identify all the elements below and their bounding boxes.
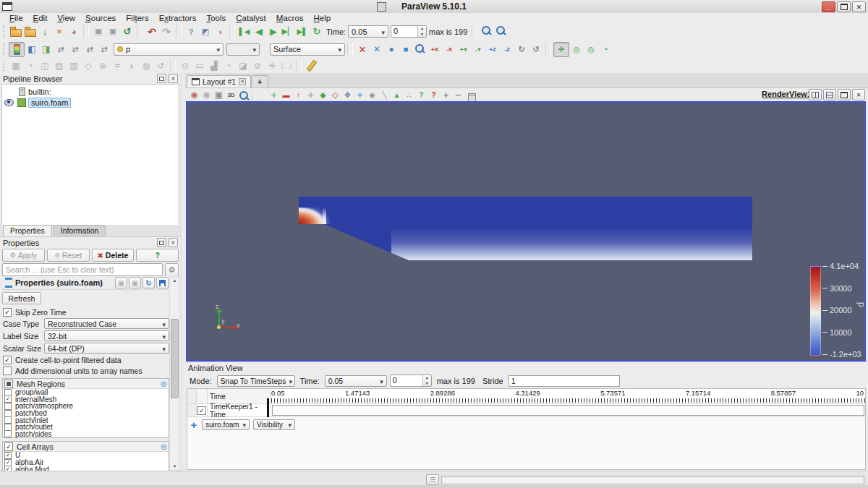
checkbox[interactable]	[4, 403, 12, 410]
maximize-view-icon[interactable]	[838, 89, 851, 100]
undo-icon[interactable]: ↶	[145, 25, 159, 38]
track-source-combobox[interactable]: suiro.foam	[202, 419, 250, 430]
edit-color-map-pencil-icon[interactable]	[304, 59, 318, 72]
checkbox[interactable]	[3, 367, 12, 375]
plot-over-time-icon[interactable]: ◔	[221, 59, 236, 72]
loop-icon[interactable]: ↻	[310, 25, 324, 38]
checkbox[interactable]	[3, 308, 12, 317]
reset-rotation-center-icon[interactable]: ◔	[598, 43, 613, 56]
select-cells-on-icon[interactable]: ✛	[268, 90, 280, 100]
capture-screenshot-icon[interactable]: ◉	[188, 90, 200, 100]
checkbox[interactable]	[4, 452, 12, 459]
refresh-button[interactable]: Refresh	[2, 292, 41, 304]
add-layout-tab[interactable]: +	[251, 75, 268, 87]
next-frame-icon[interactable]: ▶▏	[281, 25, 295, 38]
target-icon[interactable]: ◎	[161, 442, 167, 450]
splitter-grip[interactable]	[426, 474, 439, 485]
timekeeper-row[interactable]: TimeKeeper1 - Time	[187, 404, 865, 417]
spinner-arrows-icon[interactable]	[422, 375, 431, 386]
cell-arrays-header[interactable]: Cell Arrays ◎	[3, 442, 169, 452]
grow-selection-icon[interactable]: +	[440, 90, 452, 100]
calculator-icon[interactable]: ▦	[9, 59, 23, 72]
group-datasets-icon[interactable]: ◍	[139, 59, 153, 72]
redo-icon[interactable]: ↷	[159, 25, 174, 38]
histogram-icon[interactable]: ▟	[207, 59, 221, 72]
help-button[interactable]: ?	[136, 249, 179, 262]
checkbox[interactable]	[197, 406, 206, 415]
capture-disabled-icon[interactable]: ◉	[200, 90, 213, 100]
reset-button[interactable]: ⊘Reset	[47, 249, 90, 262]
menu-help[interactable]: Help	[309, 14, 336, 22]
select-block-icon[interactable]: ❖	[341, 90, 354, 100]
set-view-minus-z-icon[interactable]: -Z	[500, 43, 514, 56]
interactive-select-points-icon[interactable]: ◈	[366, 90, 378, 100]
save-defaults-icon[interactable]	[156, 277, 169, 288]
menu-view[interactable]: View	[52, 14, 80, 22]
checkbox[interactable]	[4, 389, 12, 396]
scroll-up-icon[interactable]: ▲	[170, 277, 179, 284]
auto-apply-icon[interactable]: ↺	[120, 25, 135, 38]
interactive-select-cells-icon[interactable]: ✛	[354, 90, 366, 100]
select-camera-icon[interactable]: ∴	[403, 90, 415, 100]
clear-selection-icon[interactable]	[464, 90, 477, 100]
clip-icon[interactable]: ◔	[23, 59, 38, 72]
menu-catalyst[interactable]: Catalyst	[231, 14, 271, 22]
zoom-to-data-icon[interactable]: ✕	[370, 43, 384, 56]
menu-sources[interactable]: Sources	[80, 14, 121, 22]
reload-properties-icon[interactable]: ↻	[142, 277, 155, 288]
reset-camera-closest-icon[interactable]: ●	[384, 43, 399, 56]
maximize-button[interactable]	[837, 1, 851, 12]
minimize-button[interactable]: _	[822, 1, 835, 12]
probe-location-icon[interactable]: ⊙	[178, 59, 192, 72]
open-file-icon[interactable]	[9, 25, 23, 38]
delete-button[interactable]: ✖Delete	[92, 249, 135, 262]
menu-file[interactable]: File	[4, 14, 28, 22]
slice-icon[interactable]: ◫	[38, 59, 52, 72]
add-dimensional-units-row[interactable]: Add dimensional units to array names	[3, 366, 169, 375]
case-type-combobox[interactable]: Reconstructed Case	[44, 318, 169, 329]
shrink-selection-icon[interactable]: −	[452, 90, 464, 100]
copy-view-icon[interactable]: ▣	[213, 90, 225, 100]
zoom-closest-icon[interactable]: ■	[399, 43, 413, 56]
close-dock-icon[interactable]	[169, 238, 178, 247]
open-recent-icon[interactable]	[23, 25, 38, 38]
timekeeper-track[interactable]	[272, 405, 864, 416]
hover-points-icon[interactable]: ▲	[391, 90, 403, 100]
threshold-icon[interactable]: ▤	[52, 59, 67, 72]
reset-camera-icon[interactable]: ✕	[355, 43, 370, 56]
properties-scrollbar[interactable]: ▲ ▼	[169, 276, 180, 471]
edit-color-map-icon[interactable]: ◧	[25, 43, 39, 56]
show-rotation-center-icon[interactable]: ◎	[569, 43, 584, 56]
save-screenshot-icon[interactable]: ✶	[52, 25, 67, 38]
tab-information[interactable]: Information	[54, 225, 106, 236]
point-tooltip-icon[interactable]: ?	[427, 90, 440, 100]
scrollbar-thumb[interactable]	[171, 319, 179, 398]
rescale-temporal-icon[interactable]: ⇄	[68, 43, 82, 56]
label-size-combobox[interactable]: 32-bit	[44, 330, 169, 341]
pick-rotation-center-icon[interactable]: ◎	[584, 43, 598, 56]
checkbox[interactable]	[4, 459, 12, 466]
representation-combobox[interactable]: Surface	[270, 43, 345, 56]
color-palette-icon[interactable]: ◑	[213, 25, 227, 38]
checkbox[interactable]	[4, 424, 12, 431]
save-data-icon[interactable]: ↓	[38, 25, 52, 38]
mesh-regions-header[interactable]: Mesh Regions ◎	[3, 379, 169, 389]
close-tab-icon[interactable]: ✕	[239, 78, 246, 85]
float-dock-icon[interactable]	[157, 74, 166, 83]
first-frame-icon[interactable]: ▌◀	[237, 25, 252, 38]
set-view-plus-x-icon[interactable]: +X	[427, 43, 442, 56]
gear-icon[interactable]: ⚙	[165, 263, 179, 277]
zoom-box-icon[interactable]	[480, 25, 494, 38]
color-by-combobox[interactable]: p	[114, 43, 224, 56]
checkbox[interactable]	[4, 395, 12, 403]
toggle-color-legend-icon[interactable]	[9, 42, 25, 57]
set-view-minus-y-icon[interactable]: -Y	[471, 43, 485, 56]
checkbox[interactable]	[3, 356, 12, 364]
set-view-plus-z-icon[interactable]: +Z	[485, 43, 500, 56]
select-points-on-icon[interactable]: ▬	[280, 90, 292, 100]
tab-properties[interactable]: Properties	[3, 225, 52, 236]
glyph-icon[interactable]: ◇	[81, 59, 95, 72]
stream-tracer-icon[interactable]: ⊕	[95, 59, 110, 72]
close-button[interactable]: ✕	[852, 1, 866, 12]
pipeline-item-source[interactable]: suiro.foam	[2, 97, 179, 108]
